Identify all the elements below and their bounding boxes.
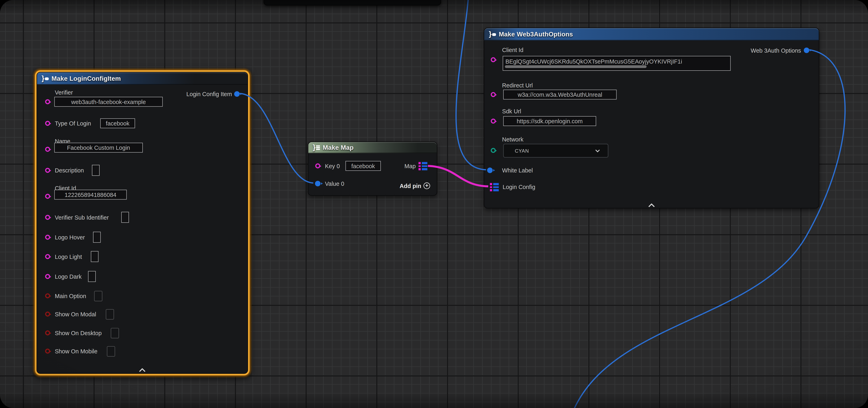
- add-pin-icon[interactable]: +: [424, 182, 430, 189]
- make-container-icon: }: [313, 145, 320, 150]
- pin-logo-light[interactable]: [45, 254, 50, 259]
- input-client-id-scrollbar[interactable]: [505, 65, 647, 68]
- output-pin-web3auth-options[interactable]: [804, 47, 809, 53]
- pin-sdk-url[interactable]: [491, 118, 496, 124]
- pin-name[interactable]: [45, 147, 50, 152]
- input-type-of-login[interactable]: facebook: [100, 118, 135, 128]
- checkbox-show-on-desktop[interactable]: [111, 328, 119, 338]
- field-label-logo-dark: Logo Dark: [55, 273, 82, 280]
- node-make-map[interactable]: } Make Map Key 0 facebook Map Value 0 Ad…: [308, 141, 437, 196]
- input-sdk-url[interactable]: https://sdk.openlogin.com: [503, 116, 596, 126]
- pin-redirect-url[interactable]: [491, 92, 496, 97]
- field-label-type-of-login: Type Of Login: [55, 120, 91, 127]
- pin-network[interactable]: [491, 148, 496, 153]
- pin-type-of-login[interactable]: [45, 121, 50, 126]
- field-label-main-option: Main Option: [55, 293, 86, 299]
- wire-top-to-whitelabel[interactable]: [456, 0, 486, 170]
- pin-logo-dark[interactable]: [45, 274, 50, 279]
- field-label-logo-hover: Logo Hover: [55, 234, 85, 241]
- output-pin-login-config-item[interactable]: [234, 91, 240, 97]
- field-label-logo-light: Logo Light: [55, 253, 82, 260]
- input-logo-light[interactable]: [91, 251, 98, 262]
- pin-show-on-desktop[interactable]: [45, 330, 50, 335]
- field-label-show-on-mobile: Show On Mobile: [55, 348, 97, 354]
- chevron-down-icon: [595, 149, 600, 152]
- field-label-client-id: Client Id: [502, 46, 523, 53]
- pin-description[interactable]: [45, 168, 50, 173]
- field-label-key0: Key 0: [325, 163, 340, 169]
- pin-white-label[interactable]: [487, 168, 493, 173]
- pin-show-on-mobile[interactable]: [45, 349, 50, 354]
- field-label-show-on-modal: Show On Modal: [55, 311, 96, 317]
- node-title: Make Web3AuthOptions: [499, 31, 573, 38]
- node-header[interactable]: } Make Web3AuthOptions: [485, 28, 819, 40]
- node-header[interactable]: } Make LoginConfigItem: [37, 72, 247, 84]
- node-make-web3authoptions[interactable]: } Make Web3AuthOptions Web 3Auth Options…: [484, 28, 819, 208]
- node-header[interactable]: } Make Map: [308, 142, 437, 153]
- node-make-loginconfigitem[interactable]: } Make LoginConfigItem Login Config Item…: [36, 72, 248, 374]
- pin-value0[interactable]: [315, 181, 320, 186]
- pin-client-id[interactable]: [45, 194, 50, 199]
- output-label-map: Map: [404, 163, 416, 169]
- field-label-login-config: Login Config: [503, 183, 535, 190]
- pin-verifier[interactable]: [45, 99, 50, 104]
- pin-key0[interactable]: [315, 163, 320, 168]
- input-client-id[interactable]: 1222658941886084: [54, 190, 127, 200]
- input-logo-hover[interactable]: [93, 232, 101, 243]
- pin-login-config-map-icon[interactable]: [490, 183, 499, 191]
- checkbox-show-on-mobile[interactable]: [107, 346, 115, 356]
- node-title: Make Map: [323, 144, 353, 151]
- wire-loginconfigitem-to-value0[interactable]: [240, 94, 313, 183]
- input-name[interactable]: Facebook Custom Login: [54, 143, 143, 152]
- input-verifier[interactable]: web3auth-facebook-example: [54, 97, 163, 107]
- blueprint-graph-canvas[interactable]: } Make LoginConfigItem Login Config Item…: [0, 0, 868, 408]
- input-logo-dark[interactable]: [88, 271, 96, 282]
- network-dropdown-value: CYAN: [515, 148, 529, 154]
- field-label-description: Description: [55, 167, 84, 174]
- pin-verifier-sub-identifier[interactable]: [45, 215, 50, 220]
- make-struct-icon: }: [489, 32, 496, 37]
- output-label: Web 3Auth Options: [751, 47, 801, 54]
- pin-show-on-modal[interactable]: [45, 312, 50, 317]
- checkbox-show-on-modal[interactable]: [106, 309, 114, 319]
- field-label-verifier: Verifier: [55, 89, 73, 96]
- make-struct-icon: }: [41, 76, 49, 81]
- map-pin-icon[interactable]: [418, 162, 428, 170]
- field-label-verifier-sub-identifier: Verifier Sub Identifier: [55, 214, 108, 220]
- network-dropdown[interactable]: CYAN: [503, 144, 608, 158]
- offscreen-node-top[interactable]: [264, 0, 441, 5]
- add-pin-label: Add pin: [400, 182, 421, 189]
- field-label-redirect-url: Redirect Url: [502, 82, 533, 89]
- input-description[interactable]: [92, 165, 100, 176]
- field-label-network: Network: [502, 136, 523, 143]
- input-key0[interactable]: facebook: [345, 161, 381, 171]
- pin-client-id[interactable]: [491, 57, 496, 62]
- collapse-chevron-icon[interactable]: [139, 364, 146, 374]
- field-label-white-label: White Label: [502, 167, 533, 174]
- pin-logo-hover[interactable]: [45, 235, 50, 240]
- input-verifier-sub-identifier[interactable]: [121, 212, 129, 223]
- collapse-chevron-icon[interactable]: [648, 200, 655, 209]
- output-label: Login Config Item: [186, 91, 232, 97]
- input-client-id[interactable]: BEglQSgt4cUWcj6SKRdu5QkOXTsePmMcusG5EAoy…: [503, 56, 731, 71]
- checkbox-main-option[interactable]: [94, 291, 102, 301]
- field-label-sdk-url: Sdk Url: [502, 108, 521, 114]
- pin-main-option[interactable]: [45, 293, 50, 298]
- field-label-value0: Value 0: [325, 180, 344, 187]
- field-label-show-on-desktop: Show On Desktop: [55, 330, 101, 336]
- input-redirect-url[interactable]: w3a://com.w3a.Web3AuthUnreal: [503, 90, 617, 100]
- node-title: Make LoginConfigItem: [52, 75, 121, 82]
